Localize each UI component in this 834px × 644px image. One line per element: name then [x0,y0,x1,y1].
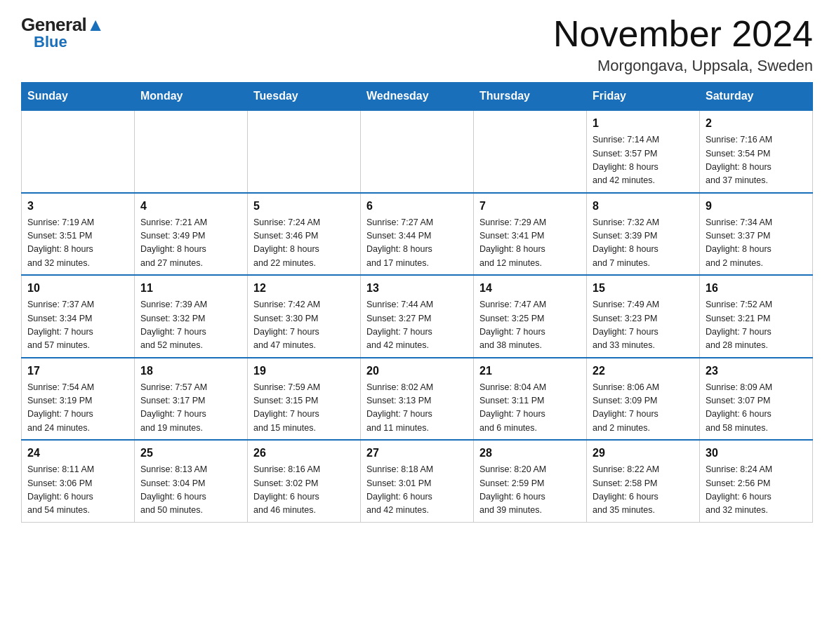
sun-info: Sunrise: 8:13 AM Sunset: 3:04 PM Dayligh… [140,463,241,518]
day-number: 20 [366,363,468,380]
day-number: 10 [27,280,128,297]
sun-info: Sunrise: 7:59 AM Sunset: 3:15 PM Dayligh… [253,381,355,436]
calendar-cell: 27Sunrise: 8:18 AM Sunset: 3:01 PM Dayli… [361,440,474,522]
page-header: General▲ Blue November 2024 Morgongava, … [21,14,813,75]
sun-info: Sunrise: 8:20 AM Sunset: 2:59 PM Dayligh… [479,463,581,518]
calendar-cell: 25Sunrise: 8:13 AM Sunset: 3:04 PM Dayli… [135,440,248,522]
calendar-week-row: 24Sunrise: 8:11 AM Sunset: 3:06 PM Dayli… [22,440,813,522]
day-number: 26 [253,445,355,462]
sun-info: Sunrise: 7:34 AM Sunset: 3:37 PM Dayligh… [706,216,807,271]
calendar-cell: 18Sunrise: 7:57 AM Sunset: 3:17 PM Dayli… [135,358,248,441]
sun-info: Sunrise: 7:19 AM Sunset: 3:51 PM Dayligh… [27,216,128,271]
calendar-week-row: 3Sunrise: 7:19 AM Sunset: 3:51 PM Daylig… [22,193,813,276]
sun-info: Sunrise: 7:16 AM Sunset: 3:54 PM Dayligh… [706,133,807,188]
sun-info: Sunrise: 7:27 AM Sunset: 3:44 PM Dayligh… [366,216,468,271]
sun-info: Sunrise: 7:54 AM Sunset: 3:19 PM Dayligh… [27,381,128,436]
calendar-header-row: SundayMondayTuesdayWednesdayThursdayFrid… [22,83,813,111]
calendar-day-header: Tuesday [248,83,361,111]
sun-info: Sunrise: 8:02 AM Sunset: 3:13 PM Dayligh… [366,381,468,436]
day-number: 9 [706,198,807,215]
day-number: 2 [706,115,807,132]
sun-info: Sunrise: 8:24 AM Sunset: 2:56 PM Dayligh… [706,463,807,518]
sun-info: Sunrise: 7:14 AM Sunset: 3:57 PM Dayligh… [593,133,694,188]
calendar-cell: 15Sunrise: 7:49 AM Sunset: 3:23 PM Dayli… [587,275,700,358]
sun-info: Sunrise: 7:57 AM Sunset: 3:17 PM Dayligh… [140,381,241,436]
calendar-cell: 17Sunrise: 7:54 AM Sunset: 3:19 PM Dayli… [22,358,135,441]
day-number: 19 [253,363,355,380]
calendar-day-header: Monday [135,83,248,111]
day-number: 22 [593,363,694,380]
calendar-cell: 12Sunrise: 7:42 AM Sunset: 3:30 PM Dayli… [248,275,361,358]
sun-info: Sunrise: 8:06 AM Sunset: 3:09 PM Dayligh… [593,381,694,436]
day-number: 15 [593,280,694,297]
calendar-cell: 1Sunrise: 7:14 AM Sunset: 3:57 PM Daylig… [587,110,700,193]
calendar-cell: 30Sunrise: 8:24 AM Sunset: 2:56 PM Dayli… [700,440,813,522]
title-section: November 2024 Morgongava, Uppsala, Swede… [553,14,813,75]
calendar-cell: 5Sunrise: 7:24 AM Sunset: 3:46 PM Daylig… [248,193,361,276]
calendar-cell: 23Sunrise: 8:09 AM Sunset: 3:07 PM Dayli… [700,358,813,441]
day-number: 1 [593,115,694,132]
calendar-cell: 29Sunrise: 8:22 AM Sunset: 2:58 PM Dayli… [587,440,700,522]
sun-info: Sunrise: 8:09 AM Sunset: 3:07 PM Dayligh… [706,381,807,436]
day-number: 21 [479,363,581,380]
calendar-cell: 19Sunrise: 7:59 AM Sunset: 3:15 PM Dayli… [248,358,361,441]
sun-info: Sunrise: 8:16 AM Sunset: 3:02 PM Dayligh… [253,463,355,518]
logo: General▲ Blue [21,14,105,51]
location-text: Morgongava, Uppsala, Sweden [553,57,813,75]
day-number: 8 [593,198,694,215]
logo-blue-text: Blue [34,33,67,51]
calendar-cell: 14Sunrise: 7:47 AM Sunset: 3:25 PM Dayli… [474,275,587,358]
calendar-cell [135,110,248,193]
day-number: 30 [706,445,807,462]
calendar-cell [361,110,474,193]
calendar-day-header: Sunday [22,83,135,111]
sun-info: Sunrise: 8:18 AM Sunset: 3:01 PM Dayligh… [366,463,468,518]
day-number: 5 [253,198,355,215]
calendar-week-row: 1Sunrise: 7:14 AM Sunset: 3:57 PM Daylig… [22,110,813,193]
calendar-cell: 10Sunrise: 7:37 AM Sunset: 3:34 PM Dayli… [22,275,135,358]
calendar-cell: 4Sunrise: 7:21 AM Sunset: 3:49 PM Daylig… [135,193,248,276]
calendar-cell: 22Sunrise: 8:06 AM Sunset: 3:09 PM Dayli… [587,358,700,441]
day-number: 11 [140,280,241,297]
calendar-cell: 16Sunrise: 7:52 AM Sunset: 3:21 PM Dayli… [700,275,813,358]
calendar-cell: 3Sunrise: 7:19 AM Sunset: 3:51 PM Daylig… [22,193,135,276]
day-number: 24 [27,445,128,462]
calendar-day-header: Saturday [700,83,813,111]
day-number: 27 [366,445,468,462]
day-number: 17 [27,363,128,380]
sun-info: Sunrise: 7:44 AM Sunset: 3:27 PM Dayligh… [366,298,468,353]
calendar-cell: 26Sunrise: 8:16 AM Sunset: 3:02 PM Dayli… [248,440,361,522]
logo-triangle-icon: ▲ [86,14,104,35]
month-title: November 2024 [553,14,813,54]
calendar-week-row: 17Sunrise: 7:54 AM Sunset: 3:19 PM Dayli… [22,358,813,441]
calendar-day-header: Friday [587,83,700,111]
calendar-cell [22,110,135,193]
sun-info: Sunrise: 7:52 AM Sunset: 3:21 PM Dayligh… [706,298,807,353]
calendar-cell: 20Sunrise: 8:02 AM Sunset: 3:13 PM Dayli… [361,358,474,441]
day-number: 6 [366,198,468,215]
day-number: 25 [140,445,241,462]
day-number: 13 [366,280,468,297]
calendar-cell: 11Sunrise: 7:39 AM Sunset: 3:32 PM Dayli… [135,275,248,358]
calendar-cell: 21Sunrise: 8:04 AM Sunset: 3:11 PM Dayli… [474,358,587,441]
sun-info: Sunrise: 8:22 AM Sunset: 2:58 PM Dayligh… [593,463,694,518]
sun-info: Sunrise: 7:42 AM Sunset: 3:30 PM Dayligh… [253,298,355,353]
sun-info: Sunrise: 7:37 AM Sunset: 3:34 PM Dayligh… [27,298,128,353]
sun-info: Sunrise: 7:47 AM Sunset: 3:25 PM Dayligh… [479,298,581,353]
sun-info: Sunrise: 8:11 AM Sunset: 3:06 PM Dayligh… [27,463,128,518]
sun-info: Sunrise: 7:39 AM Sunset: 3:32 PM Dayligh… [140,298,241,353]
calendar-cell: 7Sunrise: 7:29 AM Sunset: 3:41 PM Daylig… [474,193,587,276]
calendar-cell: 2Sunrise: 7:16 AM Sunset: 3:54 PM Daylig… [700,110,813,193]
day-number: 3 [27,198,128,215]
calendar-table: SundayMondayTuesdayWednesdayThursdayFrid… [21,82,813,523]
calendar-cell [474,110,587,193]
day-number: 29 [593,445,694,462]
sun-info: Sunrise: 7:21 AM Sunset: 3:49 PM Dayligh… [140,216,241,271]
calendar-cell: 13Sunrise: 7:44 AM Sunset: 3:27 PM Dayli… [361,275,474,358]
calendar-cell: 9Sunrise: 7:34 AM Sunset: 3:37 PM Daylig… [700,193,813,276]
day-number: 28 [479,445,581,462]
day-number: 23 [706,363,807,380]
calendar-week-row: 10Sunrise: 7:37 AM Sunset: 3:34 PM Dayli… [22,275,813,358]
calendar-cell: 6Sunrise: 7:27 AM Sunset: 3:44 PM Daylig… [361,193,474,276]
sun-info: Sunrise: 7:29 AM Sunset: 3:41 PM Dayligh… [479,216,581,271]
